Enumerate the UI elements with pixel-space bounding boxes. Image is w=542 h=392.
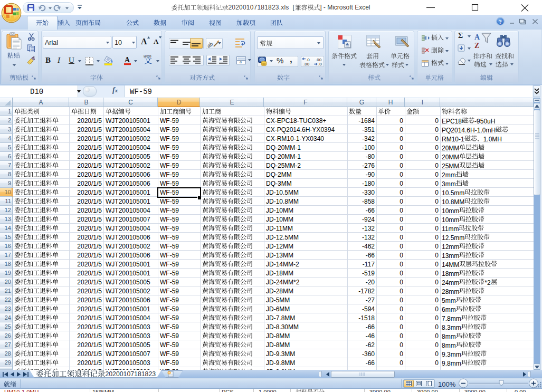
svg-text:?: ? (499, 18, 502, 25)
svg-text:.00: .00 (303, 62, 310, 66)
svg-text:ab: ab (207, 40, 214, 48)
svg-text:A: A (125, 56, 130, 64)
svg-text:A: A (154, 37, 159, 45)
svg-text:A: A (141, 37, 147, 46)
svg-text:A: A (474, 33, 480, 41)
svg-text:.0: .0 (318, 62, 322, 66)
svg-text:a: a (240, 59, 242, 64)
svg-text:Z: Z (474, 42, 479, 49)
